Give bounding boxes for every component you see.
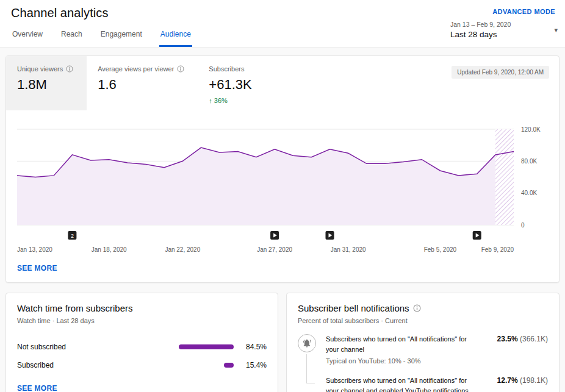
svg-text:Feb 9, 2020: Feb 9, 2020 xyxy=(481,246,514,253)
bar-value: 15.4% xyxy=(242,361,267,369)
tab-overview[interactable]: Overview xyxy=(11,26,44,47)
bell-row-text: Subscribers who turned on "All notificat… xyxy=(326,334,486,366)
bar-value: 84.5% xyxy=(242,343,267,351)
analytics-content: Updated Feb 9, 2020, 12:00 AM Unique vie… xyxy=(0,48,565,392)
bell-row-percent: 23.5% xyxy=(497,335,518,343)
date-range-picker[interactable]: Jan 13 – Feb 9, 2020 Last 28 days ▾ xyxy=(450,21,558,39)
date-range-label: Jan 13 – Feb 9, 2020 xyxy=(450,21,549,28)
chart-marker xyxy=(270,231,279,240)
card-title: Watch time from subscribers xyxy=(17,303,267,313)
card-title: Subscriber bell notifications xyxy=(298,303,409,313)
audience-overview-card: Updated Feb 9, 2020, 12:00 AM Unique vie… xyxy=(5,55,560,283)
metric-value: 1.6 xyxy=(98,77,184,93)
bell-row-typical: Typical on YouTube: 10% - 30% xyxy=(326,357,480,366)
bar-row-not-subscribed[interactable]: Not subscribed 84.5% xyxy=(17,338,267,356)
bar-label: Not subscribed xyxy=(17,343,169,351)
metric-unique-viewers[interactable]: Unique viewers 1.8M xyxy=(6,56,87,110)
bar xyxy=(224,363,234,368)
page-title: Channel analytics xyxy=(11,6,109,20)
svg-text:Jan 31, 2020: Jan 31, 2020 xyxy=(331,246,366,253)
top-header: Channel analytics ADVANCED MODE Overview… xyxy=(0,0,565,48)
svg-text:120.0K: 120.0K xyxy=(521,126,541,133)
chart-marker xyxy=(326,231,334,240)
svg-text:2: 2 xyxy=(71,233,74,239)
metric-label: Subscribers xyxy=(209,65,244,73)
subscribers-delta: ↑ 36% xyxy=(209,97,251,104)
watch-time-bar-list: Not subscribed 84.5% Subscribed 15.4% xyxy=(17,338,267,374)
bar-track xyxy=(169,363,234,368)
info-icon xyxy=(177,65,184,73)
info-icon[interactable] xyxy=(413,304,421,312)
bell-row-description: Subscribers who turned on "All notificat… xyxy=(326,376,480,392)
svg-text:Feb 5, 2020: Feb 5, 2020 xyxy=(424,246,457,253)
tab-engagement[interactable]: Engagement xyxy=(99,26,143,47)
bell-row-count: (366.1K) xyxy=(520,335,548,343)
tab-reach[interactable]: Reach xyxy=(60,26,84,47)
tree-connector xyxy=(306,354,315,383)
up-arrow-icon: ↑ xyxy=(209,97,212,104)
bell-row-values: 23.5% (366.1K) xyxy=(486,334,548,343)
bell-row-all-notifications: Subscribers who turned on "All notificat… xyxy=(298,334,548,366)
card-subtitle: Percent of total subscribers · Current xyxy=(298,317,548,324)
date-preset-label: Last 28 days xyxy=(450,30,549,39)
bell-row-count: (198.1K) xyxy=(520,376,548,385)
subscriber-bell-notifications-card: Subscriber bell notifications Percent of… xyxy=(286,293,560,392)
date-range-text: Jan 13 – Feb 9, 2020 Last 28 days xyxy=(450,21,549,39)
audience-line-chart[interactable]: 040.0K80.0K120.0K2Jan 13, 2020Jan 18, 20… xyxy=(17,126,549,255)
svg-text:Jan 27, 2020: Jan 27, 2020 xyxy=(257,246,292,253)
svg-text:40.0K: 40.0K xyxy=(521,190,537,196)
info-icon xyxy=(66,65,73,73)
svg-text:80.0K: 80.0K xyxy=(521,158,537,165)
updated-timestamp-badge: Updated Feb 9, 2020, 12:00 AM xyxy=(452,66,549,79)
bell-row-text: Subscribers who turned on "All notificat… xyxy=(326,376,486,392)
card-subtitle: Watch time · Last 28 days xyxy=(17,317,267,324)
chart-area: 040.0K80.0K120.0K2Jan 13, 2020Jan 18, 20… xyxy=(6,110,559,258)
svg-text:0: 0 xyxy=(521,222,525,229)
metric-value: +61.3K xyxy=(209,77,251,93)
bar-row-subscribed[interactable]: Subscribed 15.4% xyxy=(17,356,267,374)
bottom-cards-row: Watch time from subscribers Watch time ·… xyxy=(5,293,560,392)
bell-icon xyxy=(298,334,316,352)
metric-picker-row: Unique viewers 1.8M Average views per vi… xyxy=(6,56,559,110)
svg-text:Jan 18, 2020: Jan 18, 2020 xyxy=(92,246,127,253)
see-more-link[interactable]: SEE MORE xyxy=(17,384,57,392)
bell-row-percent: 12.7% xyxy=(497,376,518,385)
svg-text:Jan 13, 2020: Jan 13, 2020 xyxy=(17,246,52,253)
bell-rail xyxy=(298,334,326,352)
bell-notification-list: Subscribers who turned on "All notificat… xyxy=(298,334,548,392)
advanced-mode-link[interactable]: ADVANCED MODE xyxy=(492,8,555,15)
bar xyxy=(179,344,234,349)
metric-subscribers[interactable]: Subscribers +61.3K ↑ 36% xyxy=(198,56,265,110)
delta-value: 36% xyxy=(214,97,228,104)
bar-label: Subscribed xyxy=(17,361,169,369)
metric-label: Average views per viewer xyxy=(98,65,174,73)
svg-text:Jan 22, 2020: Jan 22, 2020 xyxy=(165,246,200,253)
metric-label: Unique viewers xyxy=(17,65,63,73)
bell-row-values: 12.7% (198.1K) xyxy=(486,376,548,385)
metric-value: 1.8M xyxy=(17,77,73,93)
tab-audience[interactable]: Audience xyxy=(159,26,192,47)
watch-time-from-subscribers-card: Watch time from subscribers Watch time ·… xyxy=(5,293,278,392)
chevron-down-icon: ▾ xyxy=(549,26,558,34)
chart-marker xyxy=(473,231,481,240)
metric-average-views-per-viewer[interactable]: Average views per viewer 1.6 xyxy=(87,56,198,110)
bar-track xyxy=(169,344,234,349)
chart-marker: 2 xyxy=(68,231,76,240)
see-more-link[interactable]: SEE MORE xyxy=(17,264,57,273)
bell-row-description: Subscribers who turned on "All notificat… xyxy=(326,334,480,355)
analytics-tabs: Overview Reach Engagement Audience xyxy=(11,26,192,47)
bell-row-all-notifications-enabled: Subscribers who turned on "All notificat… xyxy=(298,376,548,392)
